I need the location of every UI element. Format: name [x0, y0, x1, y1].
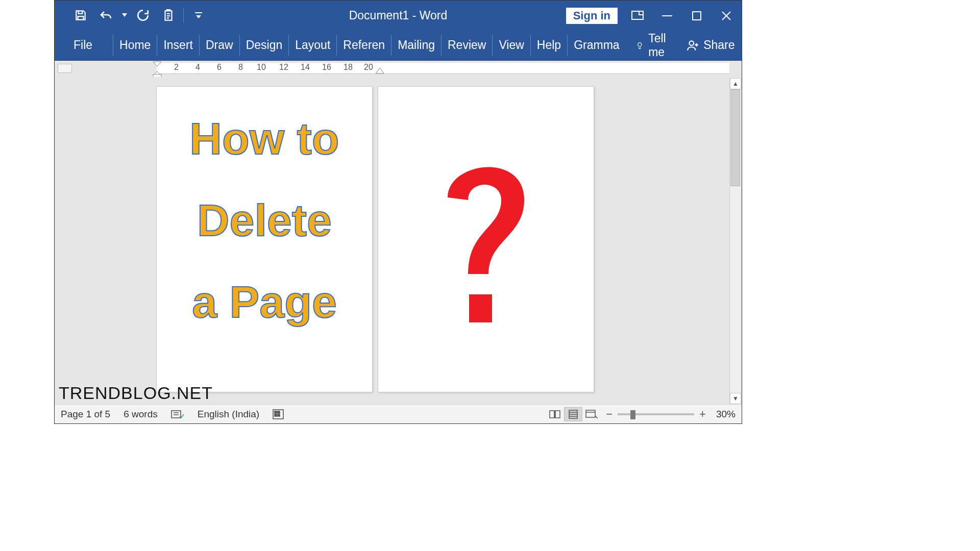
ruler-number: 4: [195, 63, 200, 72]
paste-button[interactable]: [158, 5, 179, 26]
tell-me-label: Tell me: [648, 32, 671, 59]
watermark-text: TRENDBLOG.NET: [59, 383, 213, 403]
tab-mailings[interactable]: Mailing: [391, 35, 441, 56]
zoom-thumb[interactable]: [630, 410, 635, 419]
maximize-button[interactable]: [687, 6, 707, 26]
ruler-number: 6: [217, 63, 222, 72]
horizontal-ruler[interactable]: 2 4 6 8 10 12 14 16 18 20: [157, 63, 729, 74]
zoom-level[interactable]: 30%: [716, 409, 736, 420]
zoom-track[interactable]: [618, 413, 694, 415]
zoom-out-button[interactable]: −: [606, 408, 612, 421]
page-number-status[interactable]: Page 1 of 5: [61, 409, 110, 420]
svg-rect-14: [278, 414, 280, 416]
language-status[interactable]: English (India): [198, 409, 259, 420]
svg-rect-4: [693, 12, 701, 20]
tab-draw[interactable]: Draw: [199, 35, 239, 56]
page-1[interactable]: How to Delete a Page: [156, 86, 373, 392]
word-window: Document1 - Word Sign in File Home Inser…: [54, 0, 742, 424]
page-2[interactable]: [378, 86, 594, 392]
ruler-number: 12: [279, 63, 288, 72]
zoom-slider[interactable]: − + 30%: [606, 408, 736, 421]
ruler-number: 10: [257, 63, 266, 72]
svg-rect-9: [172, 411, 181, 418]
save-button[interactable]: [70, 5, 91, 26]
share-label: Share: [703, 38, 734, 52]
svg-rect-7: [153, 74, 161, 77]
ruler-number: 16: [322, 63, 331, 72]
tab-insert[interactable]: Insert: [157, 35, 199, 56]
minimize-button[interactable]: [657, 6, 677, 26]
undo-button[interactable]: [95, 5, 117, 26]
close-button[interactable]: [716, 6, 737, 26]
qat-separator: [183, 8, 184, 23]
customize-qat-button[interactable]: [188, 5, 209, 26]
svg-point-6: [690, 41, 694, 45]
svg-rect-11: [275, 411, 277, 413]
scroll-up-button[interactable]: ▲: [730, 78, 741, 89]
ruler-number: 8: [238, 63, 243, 72]
ruler-number: 14: [301, 63, 310, 72]
svg-point-5: [638, 42, 641, 46]
title-right-controls: Sign in: [566, 6, 737, 26]
svg-rect-16: [586, 410, 595, 417]
scroll-thumb[interactable]: [730, 89, 740, 186]
tell-me-button[interactable]: Tell me: [636, 32, 671, 59]
undo-dropdown[interactable]: [121, 5, 128, 26]
scroll-down-button[interactable]: ▼: [730, 393, 741, 404]
quick-access-toolbar: [70, 5, 209, 26]
sign-in-button[interactable]: Sign in: [566, 7, 618, 24]
web-layout-button[interactable]: [582, 407, 601, 421]
print-layout-button[interactable]: [564, 407, 582, 421]
svg-rect-13: [275, 414, 277, 416]
tab-grammarly[interactable]: Gramma: [567, 35, 625, 56]
page-1-text: How to Delete a Page: [157, 87, 372, 324]
indent-marker-icon[interactable]: [153, 61, 162, 77]
right-indent-marker-icon[interactable]: [375, 67, 384, 74]
tab-file[interactable]: File: [67, 38, 99, 52]
tab-help[interactable]: Help: [530, 35, 567, 56]
text-line: a Page: [157, 280, 372, 324]
ruler-number: 2: [174, 63, 179, 72]
title-bar: Document1 - Word Sign in: [55, 1, 742, 30]
tab-home[interactable]: Home: [113, 35, 157, 56]
ruler-number: 18: [344, 63, 353, 72]
tab-layout[interactable]: Layout: [288, 35, 336, 56]
ruler-number: 20: [364, 63, 373, 72]
tab-references[interactable]: Referen: [336, 35, 391, 56]
ruler-corner: [58, 64, 72, 73]
ribbon-display-options-button[interactable]: [627, 6, 648, 26]
ruler-area: 2 4 6 8 10 12 14 16 18 20: [55, 61, 742, 78]
zoom-in-button[interactable]: +: [699, 408, 706, 421]
svg-rect-8: [469, 294, 492, 322]
read-mode-button[interactable]: [546, 407, 564, 421]
svg-rect-1: [195, 12, 202, 13]
tab-view[interactable]: View: [492, 35, 530, 56]
question-mark-icon: [427, 141, 545, 337]
vertical-scrollbar[interactable]: ▲ ▼: [729, 78, 741, 404]
svg-rect-3: [662, 15, 672, 16]
text-line: Delete: [157, 198, 372, 243]
share-button[interactable]: Share: [686, 38, 734, 52]
ribbon-tabs: File Home Insert Draw Design Layout Refe…: [55, 30, 742, 61]
svg-rect-12: [278, 411, 280, 413]
status-bar: Page 1 of 5 6 words English (India) − + …: [55, 404, 742, 423]
text-line: How to: [157, 116, 372, 161]
tab-design[interactable]: Design: [239, 35, 289, 56]
spelling-status[interactable]: [171, 409, 184, 419]
redo-button[interactable]: [132, 5, 154, 26]
document-area[interactable]: How to Delete a Page: [55, 78, 729, 404]
macro-status[interactable]: [273, 409, 284, 419]
word-count-status[interactable]: 6 words: [124, 409, 158, 420]
tab-review[interactable]: Review: [441, 35, 492, 56]
